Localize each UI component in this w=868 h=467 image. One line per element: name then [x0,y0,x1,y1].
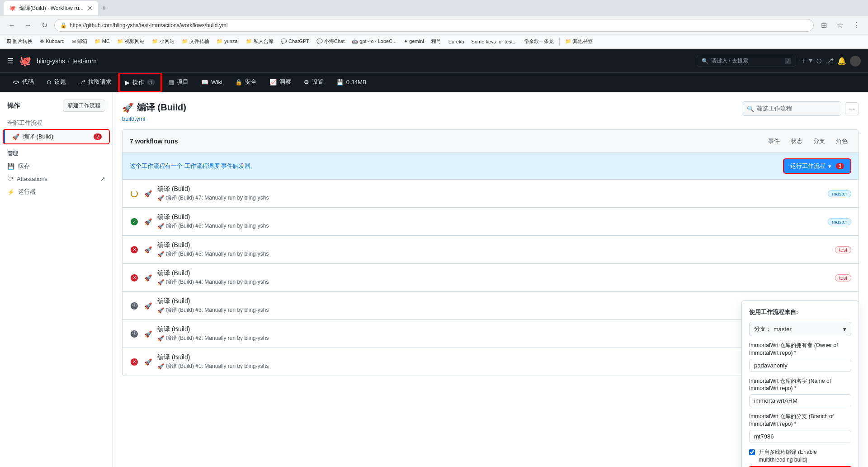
inbox-icon[interactable]: 🔔 [837,57,846,65]
run-branch-4[interactable]: test [835,274,851,281]
active-tab[interactable]: 🐙 编译(Build) · Workflow ru... ✕ [4,1,98,15]
workflow-more-button[interactable]: ⋯ [845,102,859,115]
address-bar[interactable]: 🔒 https://github.com/bling-yshs/test-imm… [54,19,814,32]
bookmark-chenghao[interactable]: 程号 [429,37,444,46]
owner-input[interactable] [749,359,851,372]
nav-actions[interactable]: ▶ 操作 1 [119,73,161,92]
bookmark-xiaohchat[interactable]: 💬 小海Chat [314,37,347,46]
sidebar-cache-label: 缓存 [18,162,30,170]
bookmark-eureka[interactable]: Eureka [446,38,467,45]
plus-icon[interactable]: ＋ ▾ [800,56,812,66]
pr-icon[interactable]: ⎇ [826,57,834,65]
run-branch-6[interactable]: master [828,218,851,225]
run-branch-7[interactable]: master [828,190,851,197]
branch-select[interactable]: 分支： master ▾ [749,322,851,336]
breadcrumb-org[interactable]: bling-yshs [37,57,65,65]
run-row-4: ✕ 🚀 编译 (Build) 🚀 编译 (Build) #4: Manually… [123,264,859,292]
runs-filters: 事件 状态 分支 角色 [764,135,851,147]
nav-settings[interactable]: ⚙ 设置 [298,73,329,91]
bookmark-button[interactable]: ☆ [834,19,846,32]
breadcrumb-repo[interactable]: test-imm [72,57,97,65]
bookmark-files[interactable]: 📁 文件传输 [179,37,212,46]
reload-button[interactable]: ↻ [38,19,51,32]
bookmark-chatgpt[interactable]: 💬 ChatGPT [278,38,312,45]
all-workflows-link[interactable]: 全部工作流程 [0,117,113,129]
workflow-title: 🚀 编译 (Build) [122,101,186,114]
run-sub-text-5: 编译 (Build) #5: Manually run by bling-ysh… [166,250,269,258]
bookmark-gpt4o[interactable]: 🤖 gpt-4o · LobeC... [349,38,399,45]
run-name-7[interactable]: 编译 (Build) [157,185,822,193]
filter-status-btn[interactable]: 状态 [787,135,806,147]
nav-code[interactable]: <> 代码 [7,73,39,91]
multithreading-label: 开启多线程编译 (Enable multithreading build) [759,448,851,464]
nav-insights[interactable]: 📈 洞察 [264,73,297,91]
avatar[interactable] [850,56,861,67]
bookmark-gemini[interactable]: ✦ gemini [401,38,426,45]
sidebar-item-runners[interactable]: ⚡ 运行器 [0,185,113,199]
run-branch-5[interactable]: test [835,246,851,253]
workflow-filename-link[interactable]: build.yml [122,115,145,122]
tab-close-btn[interactable]: ✕ [87,5,93,12]
run-name-5[interactable]: 编译 (Build) [157,241,830,249]
extensions-button[interactable]: ⊞ [817,19,830,32]
nav-wiki[interactable]: 📖 Wiki [196,74,228,91]
run-rocket-small-1: 🚀 [157,363,164,370]
bookmark-private[interactable]: 📁 私人合库 [243,37,276,46]
run-rocket-small-2: 🚀 [157,335,164,342]
issue-icon[interactable]: ⊙ [816,57,822,65]
run-info-1: 编译 (Build) 🚀 编译 (Build) #1: Manually run… [157,353,740,370]
notice-bar: 这个工作流程有一个 工作流程调度 事件触发器。 运行工作流程 ▾ 3 [123,153,859,180]
sidebar-item-cache[interactable]: 💾 缓存 [0,159,113,173]
filter-event-btn[interactable]: 事件 [764,135,783,147]
repo-nav: <> 代码 ⊙ 议题 ⎇ 拉取请求 ▶ 操作 1 ▦ 项目 📖 Wiki 🔒 安… [0,73,868,92]
sidebar-item-build[interactable]: 🚀 编译 (Build) 2 [4,130,109,143]
bookmark-mc[interactable]: 📁 MC [92,38,113,45]
run-status-6: ✓ [130,217,139,226]
branch-label: 分支： [754,325,772,333]
forward-button[interactable]: → [22,19,34,32]
run-name-3[interactable]: 编译 (Build) [157,297,822,305]
run-workflow-dropdown-btn[interactable]: 运行工作流程 ▾ 3 [783,158,851,174]
bookmark-video[interactable]: 📁 视频网站 [114,37,147,46]
run-info-2: 编译 (Build) 🚀 编译 (Build) #2: Manually run… [157,325,822,342]
filter-branch-btn[interactable]: 分支 [810,135,829,147]
attestations-icon: 🛡 [7,176,13,182]
run-name-1[interactable]: 编译 (Build) [157,353,740,362]
run-name-6[interactable]: 编译 (Build) [157,213,822,221]
bookmark-yucang[interactable]: 俗余款一条龙 [521,37,557,46]
bookmark-yunzai[interactable]: 📁 yunzai [214,38,241,45]
run-rocket-1: 🚀 [144,358,152,366]
global-search[interactable]: 🔍 请键入 / 去搜索 / [697,55,796,67]
run-rocket-small-6: 🚀 [157,223,164,229]
branch-repo-input[interactable] [749,430,851,443]
bookmark-email[interactable]: ✉ 邮箱 [69,37,90,46]
sidebar-item-attestations[interactable]: 🛡 Attestations ↗ [0,173,113,185]
run-name-2[interactable]: 编译 (Build) [157,325,822,334]
sidebar-attestations-label: Attestations [17,176,47,182]
filter-workflows-input[interactable]: 🔍 筛选工作流程 [742,101,841,116]
back-button[interactable]: ← [5,19,18,32]
run-name-4[interactable]: 编译 (Build) [157,269,830,277]
bookmark-somekeys[interactable]: Some keys for test... [469,38,519,45]
bookmark-kuboard[interactable]: ☸ Kuboard [37,38,67,45]
github-logo[interactable]: 🐙 [19,55,31,67]
branch-dropdown-arrow: ▾ [843,326,846,333]
repo-name-input[interactable] [749,394,851,407]
bookmark-other[interactable]: 📁 其他书签 [562,37,595,46]
more-options-button[interactable]: ⋮ [850,19,863,32]
url-text: https://github.com/bling-yshs/test-imm/a… [70,22,808,29]
new-tab-button[interactable]: + [100,2,108,15]
runs-count: 7 workflow runs [130,138,178,145]
bookmark-smallsite[interactable]: 📁 小网站 [149,37,177,46]
nav-storage[interactable]: 💾 0.34MB [331,74,372,91]
multithreading-checkbox[interactable] [749,449,755,455]
bookmark-images[interactable]: 🖼 图片转换 [4,37,35,46]
nav-pr[interactable]: ⎇ 拉取请求 [73,73,117,91]
nav-issues[interactable]: ⊙ 议题 [41,73,71,91]
hamburger-menu[interactable]: ☰ [7,57,14,65]
run-info-4: 编译 (Build) 🚀 编译 (Build) #4: Manually run… [157,269,830,286]
nav-security[interactable]: 🔒 安全 [230,73,262,91]
nav-projects[interactable]: ▦ 项目 [163,73,194,91]
new-workflow-button[interactable]: 新建工作流程 [63,100,105,112]
filter-actor-btn[interactable]: 角色 [832,135,851,147]
